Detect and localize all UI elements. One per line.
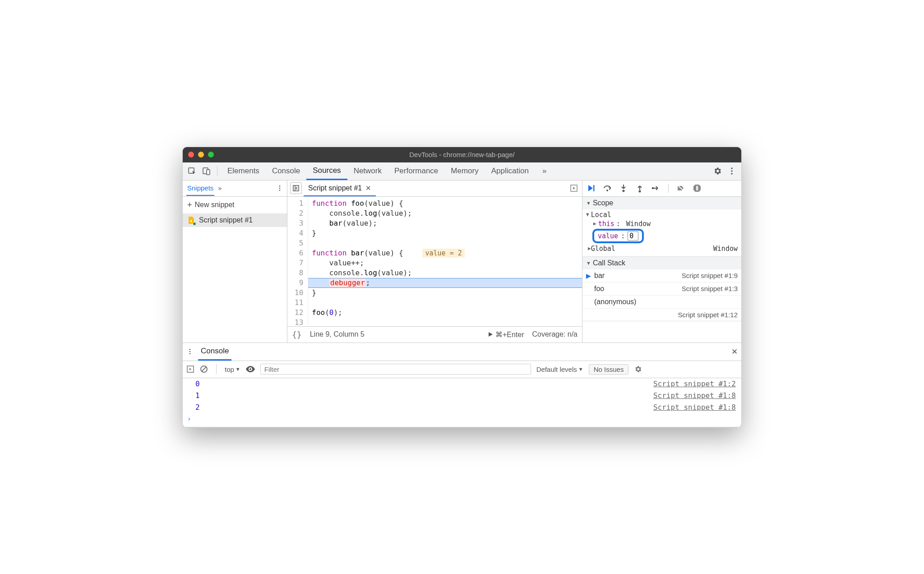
context-selector[interactable]: top▼ [225,366,240,373]
pretty-print-icon[interactable]: {} [292,330,302,339]
svg-rect-17 [698,186,698,190]
scope-global-value: Window [713,245,738,253]
code-line[interactable] [308,238,582,248]
snippet-name: Script snippet #1 [199,216,253,224]
code-line[interactable]: bar(value); [308,218,582,228]
navigator-menu-icon[interactable] [276,185,283,192]
toggle-navigator-icon[interactable] [290,182,302,194]
code-line[interactable]: foo(0); [308,308,582,318]
snippet-list-item[interactable]: Script snippet #1 [183,213,287,227]
titlebar: DevTools - chrome://new-tab-page/ [183,147,741,162]
clear-console-icon[interactable] [200,365,208,373]
step-into-icon[interactable] [619,183,628,193]
close-drawer-icon[interactable]: ✕ [731,347,738,356]
console-sidebar-icon[interactable] [186,365,194,373]
debugger-panel: ▼ Scope ▼ Local ▶ this: Window [582,181,741,343]
scope-header[interactable]: ▼ Scope [582,197,741,209]
code-line[interactable]: function foo(value) { [308,199,582,208]
editor-file-tab[interactable]: Script snippet #1 ✕ [304,181,376,196]
console-prompt[interactable]: › [183,413,741,427]
kebab-menu-icon[interactable] [725,164,739,178]
svg-point-7 [279,188,281,189]
callstack-section: ▼ Call Stack ▶barScript snippet #1:9fooS… [582,257,741,321]
svg-rect-16 [696,186,697,190]
settings-icon[interactable] [711,164,724,178]
console-log-row[interactable]: 2Script snippet #1:8 [183,402,741,413]
run-snippet-button[interactable]: ⌘+Enter [487,330,524,339]
code-editor[interactable]: 12345678910111213 function foo(value) { … [287,197,582,326]
more-navigator-tabs-icon[interactable]: » [218,185,222,192]
panel-tab-sources[interactable]: Sources [306,162,347,180]
scope-value-input[interactable] [628,231,638,241]
console-toolbar: top▼ Default levels▼ No Issues [183,361,741,378]
close-window-icon[interactable] [188,152,194,157]
zoom-window-icon[interactable] [208,152,214,157]
svg-point-6 [279,185,281,187]
console-filter-input[interactable] [260,364,531,375]
panel-tab-network[interactable]: Network [347,162,388,180]
code-line[interactable]: debugger; [308,278,582,288]
svg-rect-2 [207,170,210,175]
code-line[interactable]: console.log(value); [308,268,582,278]
callstack-row[interactable]: fooScript snippet #1:3 [582,282,741,296]
inspect-icon[interactable] [185,164,199,178]
code-line[interactable]: console.log(value); [308,208,582,218]
svg-point-20 [189,353,191,355]
scope-local-header[interactable]: ▼ Local [586,210,741,219]
close-tab-icon[interactable]: ✕ [365,184,371,192]
code-line[interactable]: value++; [308,258,582,268]
panel-tab-elements[interactable]: Elements [221,162,266,180]
resume-icon[interactable] [586,183,596,193]
navigator-panel: Snippets » + New snippet Script snippet … [183,181,287,343]
snippets-tab[interactable]: Snippets [186,181,214,196]
device-toolbar-icon[interactable] [200,164,213,178]
pause-on-exceptions-icon[interactable] [692,183,702,193]
window-controls [188,152,214,157]
callstack-location[interactable]: Script snippet #1:12 [582,309,741,321]
divider [217,166,217,176]
console-tab[interactable]: Console [198,343,231,361]
no-issues-button[interactable]: No Issues [589,364,629,375]
triangle-right-icon: ▶ [588,245,591,251]
scope-this-key: this [598,220,614,228]
step-out-icon[interactable] [635,183,645,193]
svg-point-18 [189,349,191,350]
callstack-row[interactable]: (anonymous) [582,296,741,309]
new-snippet-button[interactable]: + New snippet [183,197,287,213]
callstack-header[interactable]: ▼ Call Stack [582,257,741,269]
scope-global-row[interactable]: ▶ Global Window [586,244,741,255]
callstack-title: Call Stack [593,259,625,267]
navigator-tabs: Snippets » [183,181,287,197]
svg-point-15 [652,187,654,190]
panel-tab-memory[interactable]: Memory [444,162,485,180]
code-line[interactable]: } [308,288,582,298]
console-log-row[interactable]: 1Script snippet #1:8 [183,390,741,402]
scope-this-value: Window [626,220,651,228]
scope-value-row[interactable]: value: [586,228,741,244]
panel-tab-performance[interactable]: Performance [388,162,444,180]
editor-menu-icon[interactable] [568,183,579,194]
code-line[interactable]: function bar(value) { value = 2 [308,248,582,258]
code-line[interactable] [308,318,582,326]
drawer-menu-icon[interactable] [186,348,194,355]
live-expression-icon[interactable] [246,366,255,372]
console-log-row[interactable]: 0Script snippet #1:2 [183,378,741,390]
code-line[interactable] [308,298,582,308]
more-tabs-icon[interactable]: » [536,162,553,180]
step-icon[interactable] [651,183,661,193]
deactivate-breakpoints-icon[interactable] [676,183,686,193]
step-over-icon[interactable] [602,183,612,193]
svg-point-5 [731,173,732,174]
code-line[interactable]: } [308,228,582,238]
callstack-row[interactable]: ▶barScript snippet #1:9 [582,269,741,282]
scope-local-label: Local [591,211,611,219]
editor-statusbar: {} Line 9, Column 5 ⌘+Enter Coverage: n/… [287,326,582,343]
svg-point-12 [606,190,608,191]
console-settings-icon[interactable] [634,365,642,373]
log-levels-selector[interactable]: Default levels▼ [536,366,583,373]
scope-this-row[interactable]: ▶ this: Window [586,219,741,228]
panel-tab-application[interactable]: Application [485,162,535,180]
scope-section: ▼ Scope ▼ Local ▶ this: Window [582,197,741,257]
minimize-window-icon[interactable] [198,152,204,157]
panel-tab-console[interactable]: Console [266,162,306,180]
